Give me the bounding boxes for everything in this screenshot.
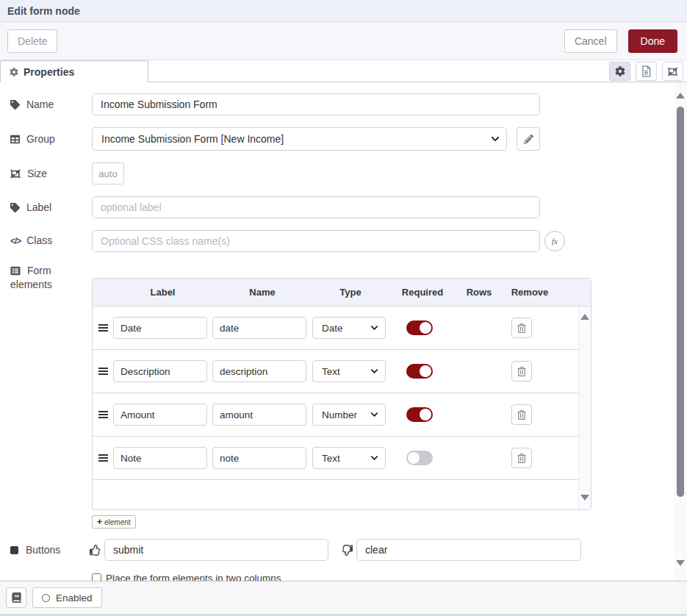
clear-button-label-input[interactable] — [356, 539, 581, 561]
delete-element-button[interactable] — [511, 318, 532, 338]
drag-handle-icon[interactable] — [98, 454, 108, 462]
buttons-label: Buttons — [10, 543, 90, 557]
column-header: Type — [312, 287, 389, 298]
expression-button[interactable]: fx — [544, 231, 565, 251]
vertical-scrollbar[interactable] — [675, 82, 687, 581]
chevron-down-icon — [491, 135, 500, 143]
element-label-input[interactable] — [113, 360, 207, 382]
element-name-input[interactable] — [212, 317, 306, 339]
element-name-input[interactable] — [212, 360, 306, 382]
two-columns-row: Place the form elements in two columns — [92, 573, 687, 581]
appearance-tab-button[interactable] — [662, 62, 683, 81]
thumbs-up-icon — [90, 545, 101, 556]
list-icon — [10, 266, 21, 276]
name-input[interactable] — [92, 93, 540, 115]
code-icon: </> — [10, 236, 21, 246]
dialog-footer: Enabled — [0, 581, 687, 616]
scroll-up-icon[interactable] — [676, 93, 685, 99]
book-icon — [12, 592, 21, 603]
element-type-select[interactable]: Text — [312, 447, 386, 469]
form-elements-label: Form elements — [10, 264, 92, 292]
size-label: Size — [10, 167, 92, 181]
element-type-select[interactable]: Number — [312, 404, 386, 426]
delete-element-button[interactable] — [511, 448, 532, 468]
class-input[interactable] — [92, 230, 540, 252]
edit-node-dialog: Edit form node Delete Cancel Done Proper… — [0, 0, 687, 616]
scroll-up-icon[interactable] — [580, 314, 589, 320]
docs-button[interactable] — [6, 587, 26, 608]
description-tab-button[interactable] — [636, 62, 657, 81]
element-type-select[interactable]: Text — [312, 360, 386, 382]
delete-button[interactable]: Delete — [7, 29, 57, 53]
submit-button-label-input[interactable] — [104, 539, 328, 561]
table-row: Text — [93, 437, 578, 480]
cancel-button[interactable]: Cancel — [564, 29, 617, 53]
column-header: Required — [389, 287, 456, 298]
trash-icon — [517, 367, 526, 376]
table-body: Date Text — [93, 307, 591, 509]
tab-icon-buttons — [609, 60, 687, 82]
column-header: Rows — [456, 287, 502, 298]
class-row: </> Class fx — [10, 230, 687, 252]
scrollbar-thumb[interactable] — [677, 107, 684, 497]
required-toggle[interactable] — [406, 320, 433, 335]
tag-icon — [10, 203, 20, 212]
table-row: Number — [93, 393, 578, 437]
settings-tab-button[interactable] — [609, 62, 630, 81]
properties-panel: Name Group Income Submission Form [New I… — [0, 82, 687, 581]
name-label: Name — [10, 98, 92, 112]
table-row: Date — [93, 307, 578, 350]
buttons-row: Buttons — [10, 539, 687, 561]
trash-icon — [517, 454, 526, 463]
object-group-icon — [667, 67, 678, 76]
scroll-down-icon[interactable] — [580, 495, 589, 501]
label-label: Label — [10, 201, 92, 215]
add-element-button[interactable]: + element — [92, 515, 136, 529]
element-label-input[interactable] — [113, 317, 207, 339]
element-label-input[interactable] — [113, 404, 207, 426]
delete-element-button[interactable] — [511, 361, 532, 382]
document-icon — [641, 65, 651, 77]
size-button[interactable]: auto — [92, 162, 124, 185]
gear-icon — [10, 68, 18, 76]
table-header: Label Name Type Required Rows Remove — [93, 279, 591, 307]
tab-bar: Properties — [0, 60, 687, 82]
element-type-select[interactable]: Date — [312, 317, 386, 339]
delete-element-button[interactable] — [511, 404, 532, 425]
required-toggle[interactable] — [406, 364, 433, 379]
element-name-input[interactable] — [212, 404, 306, 426]
group-label: Group — [10, 132, 92, 146]
drag-handle-icon[interactable] — [98, 411, 108, 418]
scroll-down-icon[interactable] — [676, 560, 685, 566]
drag-handle-icon[interactable] — [98, 324, 108, 332]
pencil-icon — [524, 135, 533, 144]
chevron-down-icon — [370, 324, 378, 332]
drag-handle-icon[interactable] — [98, 368, 108, 375]
size-row: Size auto — [10, 162, 687, 185]
required-toggle[interactable] — [406, 407, 433, 422]
label-row: Label — [10, 196, 687, 218]
label-input[interactable] — [92, 196, 540, 218]
trash-icon — [517, 410, 526, 420]
dialog-title: Edit form node — [0, 0, 687, 22]
required-toggle[interactable] — [406, 451, 433, 465]
two-columns-checkbox[interactable] — [92, 573, 101, 581]
name-row: Name — [10, 93, 687, 115]
form-elements-table: Label Name Type Required Rows Remove Dat… — [92, 278, 591, 510]
circle-icon — [42, 594, 50, 602]
edit-group-button[interactable] — [517, 127, 540, 151]
group-row: Group Income Submission Form [New Income… — [10, 127, 687, 151]
trash-icon — [517, 323, 526, 333]
gear-icon — [615, 66, 625, 76]
tab-properties[interactable]: Properties — [0, 60, 148, 82]
column-header: Remove — [502, 287, 558, 298]
element-name-input[interactable] — [212, 447, 306, 469]
element-label-input[interactable] — [113, 447, 207, 469]
enabled-toggle-button[interactable]: Enabled — [32, 587, 102, 608]
table-scrollbar[interactable] — [578, 307, 591, 509]
done-button[interactable]: Done — [628, 29, 677, 53]
thumbs-down-icon — [342, 545, 353, 556]
column-header: Label — [113, 287, 212, 298]
square-icon — [10, 546, 18, 554]
group-select[interactable]: Income Submission Form [New Income] — [92, 127, 507, 151]
